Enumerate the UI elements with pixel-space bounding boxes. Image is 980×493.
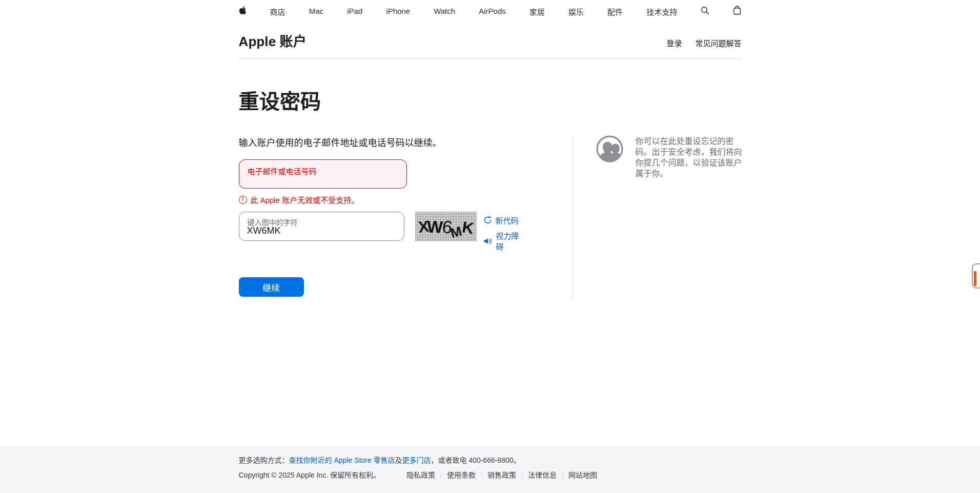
sidebar-help-text: 你可以在此处重设忘记的密码。出于安全考虑，我们将向你提几个问题，以验证该账户属于… bbox=[636, 136, 744, 179]
footer-shop-prefix: 更多选购方式： bbox=[239, 456, 289, 464]
error-message-row: 此 Apple 账户无效或不受支持。 bbox=[239, 194, 526, 205]
audio-speaker-icon bbox=[483, 237, 493, 245]
error-alert-icon bbox=[239, 196, 247, 204]
captcha-image: X W 6 M K bbox=[415, 212, 476, 241]
nav-item-accessories[interactable]: 配件 bbox=[607, 6, 623, 17]
nav-item-entertainment[interactable]: 娱乐 bbox=[568, 6, 584, 17]
footer-shop-mid: 及 bbox=[395, 456, 402, 464]
apple-logo-icon bbox=[239, 6, 247, 15]
footer-shop-line: 更多选购方式：查找你附近的 Apple Store 零售店及更多门店，或者致电 … bbox=[239, 455, 742, 465]
two-people-icon bbox=[596, 135, 623, 162]
faq-link[interactable]: 常见问题解答 bbox=[695, 37, 741, 48]
footer: 更多选购方式：查找你附近的 Apple Store 零售店及更多门店，或者致电 … bbox=[0, 446, 980, 493]
footer-link-terms[interactable]: 使用条款 bbox=[441, 469, 481, 480]
footer-link-privacy[interactable]: 隐私政策 bbox=[401, 469, 441, 480]
refresh-icon bbox=[483, 216, 492, 224]
nav-item-iphone[interactable]: iPhone bbox=[386, 7, 410, 15]
search-icon bbox=[701, 6, 709, 15]
captcha-letter: K bbox=[461, 219, 475, 236]
footer-link-sales[interactable]: 销售政策 bbox=[482, 469, 522, 480]
captcha-letter: W bbox=[427, 218, 443, 235]
nav-item-support[interactable]: 技术支持 bbox=[646, 6, 677, 17]
global-nav: 商店 Mac iPad iPhone Watch AirPods 家居 娱乐 配… bbox=[0, 0, 980, 23]
nav-item-airpods[interactable]: AirPods bbox=[479, 7, 506, 15]
find-store-link[interactable]: 查找你附近的 Apple Store 零售店 bbox=[289, 456, 395, 464]
captcha-input[interactable] bbox=[247, 224, 397, 237]
intro-text: 输入账户使用的电子邮件地址或电话号码以继续。 bbox=[239, 135, 526, 149]
sidebar-help: 你可以在此处重设忘记的密码。出于安全考虑，我们将向你提几个问题，以验证该账户属于… bbox=[573, 135, 744, 299]
reset-form: 输入账户使用的电子邮件地址或电话号码以继续。 电子邮件或电话号码 此 Apple… bbox=[239, 135, 573, 299]
footer-link-sitemap[interactable]: 网站地图 bbox=[563, 469, 603, 480]
footer-link-legal[interactable]: 法律信息 bbox=[522, 469, 562, 480]
page-title: 重设密码 bbox=[239, 85, 742, 115]
main-content: 重设密码 输入账户使用的电子邮件地址或电话号码以继续。 电子邮件或电话号码 此 … bbox=[0, 59, 980, 299]
captcha-field[interactable]: 键入图中的字符 bbox=[239, 212, 405, 241]
more-stores-link[interactable]: 更多门店 bbox=[402, 456, 431, 464]
apple-logo[interactable] bbox=[239, 6, 247, 15]
new-code-label: 新代码 bbox=[496, 215, 519, 225]
search-button[interactable] bbox=[701, 6, 709, 15]
bag-button[interactable] bbox=[733, 5, 741, 15]
continue-button[interactable]: 继续 bbox=[239, 277, 304, 297]
copyright-text: Copyright © 2025 Apple Inc. 保留所有权利。 bbox=[239, 469, 380, 480]
nav-item-home[interactable]: 家居 bbox=[529, 6, 545, 17]
edge-widget-orange-bar bbox=[974, 271, 976, 286]
footer-shop-suffix: ，或者致电 400-666-8800。 bbox=[431, 456, 520, 464]
signin-link[interactable]: 登录 bbox=[666, 37, 682, 48]
nav-item-ipad[interactable]: iPad bbox=[347, 7, 362, 15]
nav-item-mac[interactable]: Mac bbox=[309, 7, 323, 15]
captcha-section: 键入图中的字符 X W 6 M K 新代码 bbox=[239, 212, 526, 252]
account-field[interactable]: 电子邮件或电话号码 bbox=[239, 159, 407, 189]
footer-nav: 隐私政策 使用条款 销售政策 法律信息 网站地图 bbox=[401, 469, 603, 480]
bag-icon bbox=[733, 5, 741, 15]
browser-edge-widget[interactable] bbox=[972, 263, 980, 289]
vision-accessibility-label: 视力障碍 bbox=[496, 230, 526, 252]
error-message-text: 此 Apple 账户无效或不受支持。 bbox=[251, 194, 359, 205]
new-code-link[interactable]: 新代码 bbox=[483, 215, 526, 225]
vision-accessibility-link[interactable]: 视力障碍 bbox=[483, 230, 526, 252]
account-header: Apple 账户 登录 常见问题解答 bbox=[0, 23, 980, 59]
app-title: Apple 账户 bbox=[239, 31, 307, 50]
nav-item-watch[interactable]: Watch bbox=[434, 7, 455, 15]
nav-item-store[interactable]: 商店 bbox=[270, 6, 285, 17]
account-input[interactable] bbox=[247, 172, 399, 185]
